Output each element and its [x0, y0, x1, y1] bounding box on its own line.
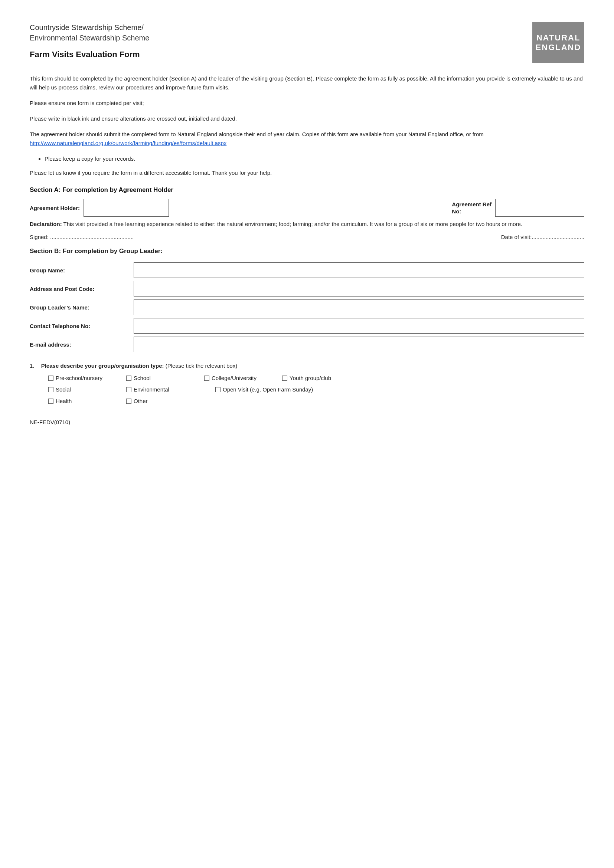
checkbox-health-box[interactable]: [48, 398, 53, 404]
checkbox-health[interactable]: Health: [48, 398, 112, 404]
signed-date-row: Signed: ................................…: [30, 234, 584, 240]
signed-label: Signed: ................................…: [30, 234, 133, 240]
intro-paragraph4-text: The agreement holder should submit the c…: [30, 131, 484, 137]
address-label: Address and Post Code:: [30, 281, 133, 296]
contact-tel-label: Contact Telephone No:: [30, 318, 133, 333]
agreement-holder-input[interactable]: [84, 199, 169, 217]
checkbox-school[interactable]: School: [126, 375, 189, 381]
intro-paragraph2: Please ensure one form is completed per …: [30, 99, 584, 108]
address-row: Address and Post Code:: [30, 281, 584, 296]
page-header: Countryside Stewardship Scheme/ Environm…: [30, 22, 584, 63]
address-input[interactable]: [133, 281, 584, 296]
question1-section: 1. Please describe your group/organisati…: [30, 363, 584, 404]
header-text: Countryside Stewardship Scheme/ Environm…: [30, 22, 518, 59]
intro-paragraph3: Please write in black ink and ensure alt…: [30, 114, 584, 123]
logo-line2: ENGLAND: [536, 43, 581, 52]
section-b-form: Group Name: Address and Post Code: Group…: [30, 262, 584, 352]
form-title: Farm Visits Evaluation Form: [30, 50, 518, 59]
email-input[interactable]: [133, 336, 584, 352]
agreement-ref-label-line2: No:: [452, 208, 461, 215]
group-name-row: Group Name:: [30, 262, 584, 278]
email-row: E-mail address:: [30, 336, 584, 352]
intro-paragraph1: This form should be completed by the agr…: [30, 74, 584, 92]
checkbox-environmental-label: Environmental: [133, 386, 169, 393]
checkbox-environmental[interactable]: Environmental: [126, 386, 200, 393]
intro-paragraph5: Please let us know if you require the fo…: [30, 169, 584, 177]
section-a-heading: Section A: For completion by Agreement H…: [30, 186, 584, 194]
checkbox-college-label: College/University: [212, 375, 256, 381]
group-name-label: Group Name:: [30, 262, 133, 278]
intro-paragraph4: The agreement holder should submit the c…: [30, 130, 584, 148]
checkbox-youth-label: Youth group/club: [290, 375, 331, 381]
agreement-holder-label: Agreement Holder:: [30, 205, 80, 211]
contact-tel-input[interactable]: [133, 318, 584, 333]
checkbox-open-visit-box[interactable]: [215, 387, 220, 392]
checkbox-school-label: School: [133, 375, 151, 381]
natural-england-logo: NATURAL ENGLAND: [532, 22, 584, 63]
agreement-ref-field: Agreement Ref No:: [452, 199, 584, 217]
checkbox-environmental-box[interactable]: [126, 387, 132, 392]
checkbox-health-label: Health: [56, 398, 71, 404]
checkbox-college[interactable]: College/University: [204, 375, 267, 381]
checkbox-youth[interactable]: Youth group/club: [282, 375, 345, 381]
question1-number: 1.: [30, 363, 34, 369]
checkbox-social[interactable]: Social: [48, 386, 112, 393]
checkbox-youth-box[interactable]: [282, 375, 287, 381]
group-leader-input[interactable]: [133, 299, 584, 315]
checkbox-other-label: Other: [133, 398, 148, 404]
naturalengland-link[interactable]: http://www.naturalengland.org.uk/ourwork…: [30, 140, 226, 146]
bullet-list: Please keep a copy for your records.: [45, 154, 584, 163]
checkbox-row-1: Pre-school/nursery School College/Univer…: [48, 375, 584, 381]
checkbox-preschool-box[interactable]: [48, 375, 53, 381]
declaration-bold: Declaration:: [30, 221, 62, 227]
org-title-line2: Environmental Stewardship Scheme: [30, 34, 149, 42]
org-title: Countryside Stewardship Scheme/ Environm…: [30, 22, 518, 43]
agreement-ref-label-col: Agreement Ref No:: [452, 201, 492, 215]
question1-label-normal: (Please tick the relevant box): [164, 363, 237, 369]
checkbox-social-box[interactable]: [48, 387, 53, 392]
agreement-ref-label-line1: Agreement Ref: [452, 201, 492, 208]
declaration-text: Declaration: This visit provided a free …: [30, 220, 584, 229]
checkbox-school-box[interactable]: [126, 375, 132, 381]
checkbox-other-box[interactable]: [126, 398, 132, 404]
email-label: E-mail address:: [30, 336, 133, 352]
date-label: Date of visit:..........................…: [501, 234, 584, 240]
footer-code: NE-FEDV(0710): [30, 419, 584, 425]
group-leader-row: Group Leader’s Name:: [30, 299, 584, 315]
bullet-item-1: Please keep a copy for your records.: [45, 154, 584, 163]
checkbox-social-label: Social: [56, 386, 71, 393]
checkbox-row-2: Social Environmental Open Visit (e.g. Op…: [48, 386, 584, 393]
checkbox-preschool[interactable]: Pre-school/nursery: [48, 375, 112, 381]
contact-tel-row: Contact Telephone No:: [30, 318, 584, 333]
question1-label: 1. Please describe your group/organisati…: [30, 363, 584, 369]
checkbox-grid: Pre-school/nursery School College/Univer…: [48, 375, 584, 404]
group-name-input[interactable]: [133, 262, 584, 278]
agreement-ref-input[interactable]: [495, 199, 584, 217]
checkbox-row-3: Health Other: [48, 398, 584, 404]
logo-line1: NATURAL: [536, 33, 581, 43]
agreement-holder-field: Agreement Holder:: [30, 199, 169, 217]
org-title-line1: Countryside Stewardship Scheme/: [30, 23, 144, 31]
agreement-holder-row: Agreement Holder: Agreement Ref No:: [30, 199, 584, 217]
declaration-body: This visit provided a free learning expe…: [62, 221, 522, 227]
section-b-heading: Section B: For completion by Group Leade…: [30, 248, 584, 255]
group-leader-label: Group Leader’s Name:: [30, 299, 133, 315]
question1-label-bold: Please describe your group/organisation …: [41, 363, 164, 369]
checkbox-other[interactable]: Other: [126, 398, 200, 404]
checkbox-open-visit-label: Open Visit (e.g. Open Farm Sunday): [223, 386, 313, 393]
checkbox-open-visit[interactable]: Open Visit (e.g. Open Farm Sunday): [215, 386, 334, 393]
checkbox-college-box[interactable]: [204, 375, 209, 381]
checkbox-preschool-label: Pre-school/nursery: [56, 375, 102, 381]
